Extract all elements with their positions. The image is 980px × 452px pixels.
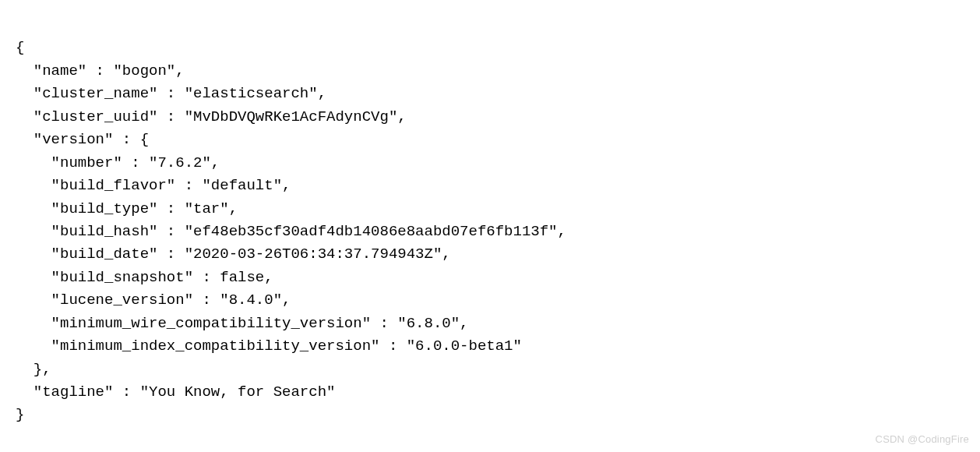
json-line: }: [16, 406, 24, 423]
json-line: {: [16, 39, 24, 56]
json-line: "number" : "7.6.2",: [16, 154, 220, 171]
json-line: },: [16, 361, 51, 378]
json-line: "version" : {: [16, 131, 149, 148]
json-line: "cluster_uuid" : "MvDbDVQwRKe1AcFAdynCVg…: [16, 108, 407, 125]
json-line: "tagline" : "You Know, for Search": [16, 383, 335, 401]
watermark-text: CSDN @CodingFire: [876, 432, 969, 447]
json-line: "lucene_version" : "8.4.0",: [16, 291, 291, 309]
json-line: "minimum_index_compatibility_version" : …: [16, 337, 522, 355]
json-line: "minimum_wire_compatibility_version" : "…: [16, 315, 469, 332]
json-output: { "name" : "bogon", "cluster_name" : "el…: [16, 14, 964, 427]
json-line: "build_type" : "tar",: [16, 200, 238, 217]
json-line: "build_snapshot" : false,: [16, 269, 273, 286]
json-line: "cluster_name" : "elasticsearch",: [16, 85, 326, 102]
json-line: "name" : "bogon",: [16, 62, 185, 79]
json-line: "build_date" : "2020-03-26T06:34:37.7949…: [16, 245, 451, 263]
json-line: "build_flavor" : "default",: [16, 177, 291, 194]
json-line: "build_hash" : "ef48eb35cf30adf4db14086e…: [16, 223, 566, 240]
